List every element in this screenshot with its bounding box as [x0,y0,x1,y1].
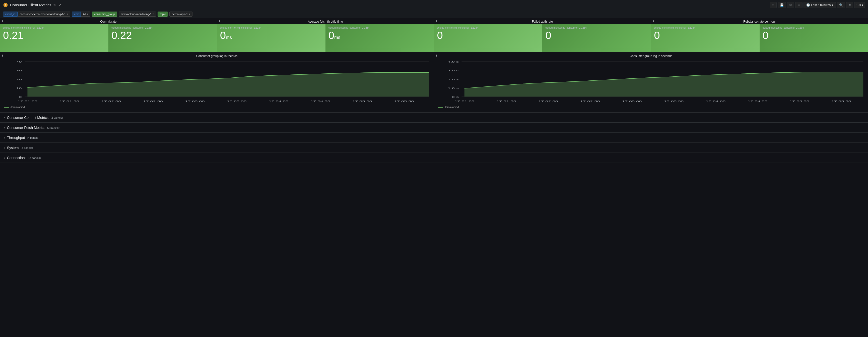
chevron-down-icon: ▾ [832,3,833,7]
topic-filter[interactable]: demo-topic-1 ▾ [169,11,192,17]
legend-line [4,107,9,108]
failed-auth-cell-1: ccloud-monitoring_consumer_1:1234 0 [434,24,542,52]
section-throughput[interactable]: › Throughput (4 panels) ⋮⋮ [0,133,868,143]
fetch-throttle-cell-1: ccloud-monitoring_consumer_1:1234 0ms [217,24,326,52]
svg-text:17:05:00: 17:05:00 [352,100,372,102]
section-left: › Consumer Commit Metrics (2 panels) [4,116,63,120]
section-connections[interactable]: › Connections (2 panels) ⋮⋮ [0,153,868,163]
svg-text:40: 40 [16,61,22,63]
section-name: Connections [7,156,27,160]
search-button[interactable]: 🔍 [837,2,845,8]
fetch-throttle-value-2: 0ms [329,30,431,41]
header: G Consumer Client Metrics ☆ ⤢ ⊞ 💾 ⚙ ▭ 🕐 … [0,0,868,10]
section-list: › Consumer Commit Metrics (2 panels) ⋮⋮ … [0,113,868,163]
topic-value[interactable]: demo-topic-1 ▾ [169,11,192,17]
legend-label: demo-topic-1 [445,106,459,109]
chevron-right-icon: › [4,146,5,149]
client-id-value[interactable]: consumer-demo-cloud-monitoring-1-1 ▾ [18,11,70,17]
lag-seconds-title: Consumer group lag in seconds [436,54,866,58]
rebalance-rate-value-2: 0 [763,30,865,41]
svg-text:17:02:30: 17:02:30 [580,100,600,102]
time-range-button[interactable]: 🕐 Last 5 minutes ▾ [804,2,836,8]
header-right: ⊞ 💾 ⚙ ▭ 🕐 Last 5 minutes ▾ 🔍 ↻ 10s ▾ [770,2,865,8]
section-left: › Throughput (4 panels) [4,136,39,140]
refresh-icon: ↻ [848,3,851,7]
consumer-group-value[interactable]: demo-cloud-monitoring-1 ▾ [119,11,156,17]
rebalance-rate-label-1: ccloud-monitoring_consumer_1:1234 [654,26,756,29]
topic-badge: topic [158,11,168,17]
drag-handle-icon[interactable]: ⋮⋮ [856,135,864,140]
rebalance-rate-header: ℹ Rebalance rate per hour [651,18,868,24]
svg-text:17:03:00: 17:03:00 [622,100,642,102]
section-system[interactable]: › System (3 panels) ⋮⋮ [0,143,868,153]
info-icon: ℹ [436,20,437,23]
failed-auth-header: ℹ Failed auth rate [434,18,651,24]
env-filter[interactable]: env All ▾ [72,11,90,17]
commit-rate-header: ℹ Commit rate [0,18,217,24]
legend-line [438,107,443,108]
svg-text:17:01:00: 17:01:00 [18,100,37,102]
info-icon: ℹ [2,54,3,57]
refresh-interval-select[interactable]: 10s ▾ [854,2,865,8]
svg-text:17:02:00: 17:02:00 [101,100,121,102]
stat-panels-row: ℹ Commit rate ccloud-monitoring_consumer… [0,18,868,52]
svg-text:17:04:00: 17:04:00 [269,100,288,102]
save-icon: 💾 [780,3,784,7]
refresh-button[interactable]: ↻ [846,2,853,8]
lag-records-panel: ℹ Consumer group lag in records 40 30 20… [0,52,434,112]
fetch-throttle-header: ℹ Average fetch throttle time [217,18,434,24]
svg-text:17:02:00: 17:02:00 [538,100,558,102]
svg-text:1.0 s: 1.0 s [448,87,459,89]
tv-button[interactable]: ▭ [795,2,803,8]
lag-records-title: Consumer group lag in records [2,54,432,58]
drag-handle-icon[interactable]: ⋮⋮ [856,155,864,160]
svg-text:20: 20 [16,78,22,80]
section-left: › System (3 panels) [4,146,33,150]
svg-text:G: G [5,4,6,6]
save-button[interactable]: 💾 [778,2,786,8]
failed-auth-label-1: ccloud-monitoring_consumer_1:1234 [437,26,539,29]
svg-text:0 s: 0 s [452,95,459,98]
svg-text:17:01:00: 17:01:00 [455,100,474,102]
chart-icon: ⊞ [772,3,774,7]
star-icon[interactable]: ☆ [53,3,57,7]
fetch-throttle-label-1: ccloud-monitoring_consumer_1:1234 [220,26,322,29]
commit-rate-label-1: ccloud-monitoring_consumer_1:1234 [3,26,105,29]
chevron-right-icon: › [4,126,5,129]
search-icon: 🔍 [839,3,843,7]
share-icon[interactable]: ⤢ [59,3,61,7]
rebalance-rate-inner: ccloud-monitoring_consumer_1:1234 0 cclo… [651,24,868,52]
env-value[interactable]: All ▾ [81,11,90,17]
chevron-down-icon: ▾ [67,13,68,15]
consumer-group-filter[interactable]: demo-cloud-monitoring-1 ▾ [119,11,156,17]
legend-label: demo-topic-1 [10,106,25,109]
failed-auth-value-1: 0 [437,30,539,41]
chevron-down-icon: ▾ [87,13,88,15]
section-consumer-commit[interactable]: › Consumer Commit Metrics (2 panels) ⋮⋮ [0,113,868,123]
lag-seconds-legend: demo-topic-1 [436,105,866,109]
section-count: (3 panels) [47,126,59,129]
svg-text:17:05:00: 17:05:00 [789,100,809,102]
chevron-down-icon: ▾ [153,13,154,15]
section-count: (4 panels) [27,136,39,139]
chevron-right-icon: › [4,156,5,159]
client-id-label: client_id [3,11,18,17]
filter-bar: client_id consumer-demo-cloud-monitoring… [0,10,868,18]
settings-button[interactable]: ⚙ [787,2,794,8]
client-id-filter[interactable]: client_id consumer-demo-cloud-monitoring… [3,11,70,17]
failed-auth-cell-2: ccloud-monitoring_consumer_2:1234 0 [542,24,651,52]
env-label: env [72,11,81,17]
lag-records-legend: demo-topic-1 [2,105,432,109]
rebalance-rate-cell-2: ccloud-monitoring_consumer_2:1234 0 [760,24,868,52]
svg-text:3.0 s: 3.0 s [448,69,459,72]
tv-icon: ▭ [798,3,800,7]
commit-rate-value-1: 0.21 [3,30,105,41]
chart-add-button[interactable]: ⊞ [770,2,777,8]
drag-handle-icon[interactable]: ⋮⋮ [856,125,864,130]
svg-text:4.0 s: 4.0 s [448,61,459,63]
svg-text:17:04:00: 17:04:00 [706,100,725,102]
commit-rate-inner: ccloud-monitoring_consumer_1:1234 0.21 c… [0,24,217,52]
drag-handle-icon[interactable]: ⋮⋮ [856,115,864,120]
section-consumer-fetch[interactable]: › Consumer Fetch Metrics (3 panels) ⋮⋮ [0,123,868,133]
drag-handle-icon[interactable]: ⋮⋮ [856,145,864,150]
